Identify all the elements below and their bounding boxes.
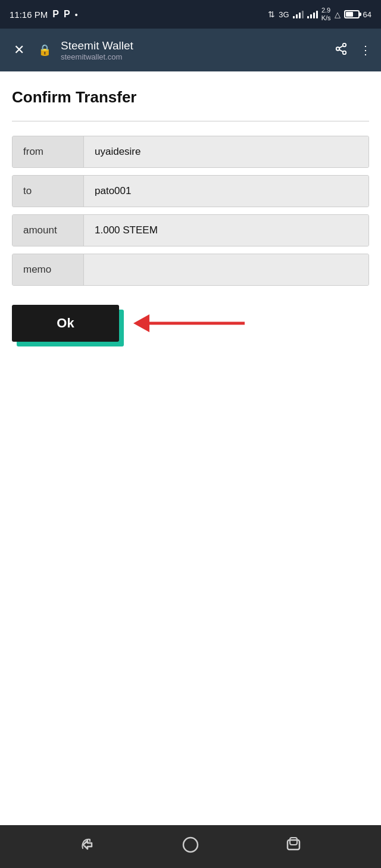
transfer-form: from uyaidesire to pato001 amount 1.000 …	[12, 136, 369, 286]
amount-row: amount 1.000 STEEM	[12, 214, 369, 246]
svg-marker-6	[133, 314, 149, 332]
recent-nav-icon[interactable]	[285, 836, 302, 857]
memo-label: memo	[13, 254, 84, 285]
status-bar: 11:16 PM P P • ⇅ 3G 2.9K/s △ 64	[0, 0, 381, 29]
signal-bars-2	[307, 10, 318, 18]
close-button[interactable]: ✕	[10, 42, 29, 58]
divider	[12, 121, 369, 121]
browser-app-title: Steemit Wallet	[61, 39, 325, 52]
to-row: to pato001	[12, 175, 369, 207]
p-icon-2: P	[64, 9, 70, 20]
arrows-icon: ⇅	[268, 10, 275, 19]
menu-icon[interactable]: ⋮	[360, 43, 371, 57]
signal-bars	[293, 10, 304, 18]
from-value: uyaidesire	[84, 136, 368, 167]
back-nav-icon[interactable]	[79, 836, 96, 857]
speed-display: 2.9K/s	[321, 7, 331, 22]
browser-title-block: Steemit Wallet steemitwallet.com	[61, 39, 325, 61]
to-value: pato001	[84, 176, 368, 207]
svg-point-7	[183, 838, 198, 852]
amount-value: 1.000 STEEM	[84, 215, 368, 246]
page-title: Confirm Transfer	[12, 88, 369, 107]
browser-url: steemitwallet.com	[61, 52, 325, 61]
from-row: from uyaidesire	[12, 136, 369, 168]
home-nav-icon[interactable]	[182, 836, 199, 857]
memo-value	[84, 254, 368, 285]
network-type: 3G	[279, 10, 289, 19]
dot-icon: •	[75, 10, 78, 20]
status-bar-right: ⇅ 3G 2.9K/s △ 64	[268, 7, 371, 22]
ok-button-container: Ok	[12, 305, 119, 342]
battery-icon	[344, 10, 360, 18]
ok-button[interactable]: Ok	[12, 305, 119, 342]
p-icon-1: P	[52, 9, 59, 20]
battery-level: 64	[363, 10, 371, 19]
arrow-svg	[129, 308, 248, 338]
share-icon[interactable]	[335, 42, 348, 58]
browser-chrome: ✕ 🔒 Steemit Wallet steemitwallet.com ⋮	[0, 29, 381, 71]
page-content: Confirm Transfer from uyaidesire to pato…	[0, 71, 381, 825]
time-display: 11:16 PM	[10, 10, 48, 20]
to-label: to	[13, 176, 84, 207]
browser-actions: ⋮	[335, 42, 371, 58]
svg-line-4	[339, 45, 343, 48]
arrow-annotation	[129, 308, 248, 338]
memo-row: memo	[12, 254, 369, 286]
svg-rect-9	[290, 838, 297, 845]
amount-label: amount	[13, 215, 84, 246]
svg-line-3	[339, 49, 343, 52]
from-label: from	[13, 136, 84, 167]
bottom-nav	[0, 825, 381, 868]
alert-icon: △	[335, 10, 341, 19]
status-bar-left: 11:16 PM P P •	[10, 9, 78, 20]
lock-icon: 🔒	[38, 43, 51, 57]
